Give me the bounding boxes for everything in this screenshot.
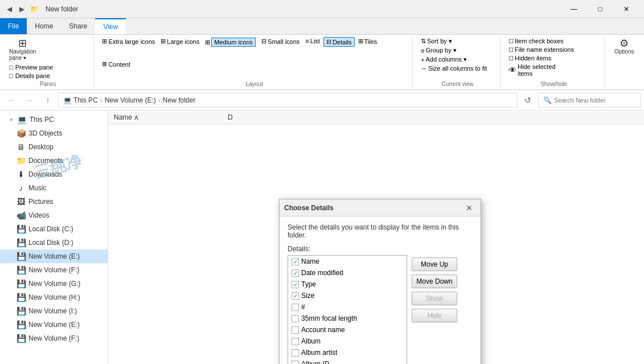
details-pane-icon: □: [9, 72, 13, 79]
detail-hash[interactable]: #: [288, 301, 407, 313]
checkbox-date[interactable]: ✓: [292, 269, 299, 277]
detail-type[interactable]: ✓ Type: [288, 279, 407, 290]
videos-label: Videos: [28, 211, 49, 219]
sidebar-item-pictures[interactable]: 🖼 Pictures: [0, 195, 108, 208]
sidebar-item-local-c[interactable]: 💾 Local Disk (C:): [0, 222, 108, 236]
path-folder[interactable]: New folder: [163, 96, 195, 104]
hidden-items-button[interactable]: ☐Hidden items: [506, 54, 601, 62]
refresh-button[interactable]: ↺: [520, 92, 536, 108]
address-path[interactable]: 💻 This PC › New Volume (E:) › New folder: [58, 93, 518, 108]
add-columns-button[interactable]: +Add columns ▾: [419, 55, 497, 64]
hide-button[interactable]: Hide: [412, 309, 457, 322]
forward-button[interactable]: →: [22, 92, 38, 108]
vol-e-label: New Volume (E:): [28, 252, 80, 260]
sidebar-item-3d-objects[interactable]: 📦 3D Objects: [0, 126, 108, 140]
detail-account[interactable]: Account name: [288, 324, 407, 336]
group-by-button[interactable]: ≡Group by ▾: [419, 46, 497, 55]
maximize-button[interactable]: □: [587, 0, 613, 18]
sidebar-item-vol-e[interactable]: 💾 New Volume (E:): [0, 250, 108, 263]
tiles-button[interactable]: ⊞Tiles: [356, 37, 380, 46]
search-input[interactable]: [554, 97, 635, 104]
checkbox-type[interactable]: ✓: [292, 281, 299, 288]
details-button[interactable]: ⊟Details: [323, 37, 355, 47]
ribbon-content: ⊞ Navigationpane ▾ □ Preview pane □ Deta…: [0, 35, 644, 90]
checkbox-hash[interactable]: [292, 304, 299, 311]
up-button[interactable]: ↑: [40, 92, 56, 108]
hide-selected-button[interactable]: 👁Hide selecteditems: [506, 63, 601, 77]
sidebar-item-music[interactable]: ♪ Music: [0, 181, 108, 195]
detail-35mm[interactable]: 35mm focal length: [288, 313, 407, 324]
sort-by-button[interactable]: ⇅Sort by ▾: [419, 37, 497, 46]
options-button[interactable]: ⚙ Options: [611, 37, 637, 86]
tab-view[interactable]: View: [95, 18, 126, 34]
col-name[interactable]: Name ∧: [114, 113, 228, 121]
item-check-boxes-button[interactable]: ☐Item check boxes: [506, 37, 601, 45]
search-box[interactable]: 🔍: [538, 93, 641, 108]
group-by-label: Group by ▾: [425, 47, 456, 54]
sidebar-item-local-d[interactable]: 💾 Local Disk (D:): [0, 236, 108, 250]
file-name-extensions-button[interactable]: ☐File name extensions: [506, 46, 601, 54]
vol-f2-icon: 💾: [16, 334, 26, 343]
move-down-button[interactable]: Move Down: [412, 275, 457, 288]
item-check-label: Item check boxes: [515, 38, 564, 44]
forward-icon[interactable]: ▶: [17, 5, 26, 14]
back-icon[interactable]: ◀: [5, 5, 14, 14]
sidebar-item-vol-h[interactable]: 💾 New Volume (H:): [0, 291, 108, 304]
sidebar-item-documents[interactable]: 📁 Documents: [0, 154, 108, 167]
path-pc[interactable]: 💻 This PC: [63, 96, 98, 104]
size-columns-button[interactable]: ↔Size all columns to fit: [419, 64, 497, 72]
details-list[interactable]: ✓ Name ✓ Date modified ✓ Type ✓ Size: [288, 255, 407, 364]
vol-i-label: New Volume (I:): [28, 307, 77, 315]
sidebar-item-vol-e2[interactable]: 💾 New Volume (E:): [0, 318, 108, 332]
detail-album-id[interactable]: Album ID: [288, 358, 407, 364]
tab-home[interactable]: Home: [27, 18, 61, 34]
move-up-button[interactable]: Move Up: [412, 257, 457, 271]
extra-large-icons-button[interactable]: ⊞Extra large icons: [100, 37, 157, 46]
back-button[interactable]: ←: [3, 92, 19, 108]
list-button[interactable]: ≡List: [303, 37, 322, 45]
group-show-hide: ☐Item check boxes ☐File name extensions …: [503, 37, 605, 88]
checkbox-album-id[interactable]: [292, 361, 299, 365]
tab-file[interactable]: File: [0, 18, 27, 34]
sidebar-item-videos[interactable]: 📹 Videos: [0, 208, 108, 222]
details-action-buttons: Move Up Move Down Show Hide: [412, 255, 457, 364]
sidebar: ▼ 💻 This PC 📦 3D Objects 🖥 Desktop 📁 Doc…: [0, 111, 108, 364]
preview-pane-button[interactable]: □ Preview pane: [6, 63, 56, 71]
detail-album-label: Album: [301, 337, 321, 345]
checkbox-album-artist[interactable]: [292, 349, 299, 357]
minimize-button[interactable]: —: [561, 0, 587, 18]
checkbox-name[interactable]: ✓: [292, 258, 299, 265]
content-label: Content: [108, 61, 130, 68]
sidebar-item-downloads[interactable]: ⬇ Downloads: [0, 167, 108, 181]
sidebar-item-vol-f[interactable]: 💾 New Volume (F:): [0, 263, 108, 277]
detail-name[interactable]: ✓ Name: [288, 256, 407, 267]
detail-date-modified[interactable]: ✓ Date modified: [288, 267, 407, 279]
checkbox-size[interactable]: ✓: [292, 292, 299, 300]
sidebar-item-desktop[interactable]: 🖥 Desktop: [0, 140, 108, 154]
detail-album-artist[interactable]: Album artist: [288, 347, 407, 358]
checkbox-account[interactable]: [292, 326, 299, 334]
close-button[interactable]: ✕: [613, 0, 639, 18]
details-pane-button[interactable]: □ Details pane: [6, 72, 56, 80]
group-options: ⚙ Options: [608, 37, 642, 88]
layout-group-label: Layout: [100, 81, 409, 87]
medium-icons-button[interactable]: ⊞ Medium icons: [203, 37, 258, 47]
sidebar-item-vol-i[interactable]: 💾 New Volume (I:): [0, 304, 108, 318]
expand-icon: ▼: [9, 117, 14, 122]
col-date[interactable]: D: [228, 113, 638, 121]
path-volume[interactable]: New Volume (E:): [105, 96, 156, 104]
tab-share[interactable]: Share: [61, 18, 95, 34]
small-icons-button[interactable]: ⊟Small icons: [259, 37, 302, 46]
large-icons-button[interactable]: ⊞Large icons: [158, 37, 202, 46]
sidebar-item-vol-g[interactable]: 💾 New Volume (G:): [0, 277, 108, 291]
show-button[interactable]: Show: [412, 292, 457, 305]
navigation-pane-button[interactable]: ⊞ Navigationpane ▾: [6, 37, 39, 62]
detail-album[interactable]: Album: [288, 336, 407, 347]
content-button[interactable]: ≣Content: [100, 60, 133, 68]
sidebar-item-vol-f2[interactable]: 💾 New Volume (F:): [0, 332, 108, 345]
sidebar-item-this-pc[interactable]: ▼ 💻 This PC: [0, 113, 108, 126]
detail-size[interactable]: ✓ Size: [288, 290, 407, 301]
dialog-close-button[interactable]: ✕: [462, 201, 476, 215]
checkbox-35mm[interactable]: [292, 315, 299, 322]
checkbox-album[interactable]: [292, 338, 299, 345]
